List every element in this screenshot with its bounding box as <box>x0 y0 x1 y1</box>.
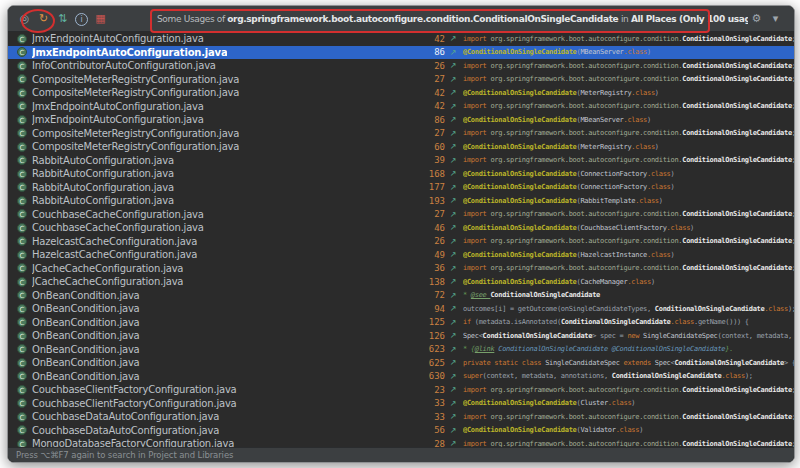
class-icon: C <box>17 277 27 287</box>
usage-location: CCouchbaseCacheConfiguration.java <box>17 222 409 233</box>
usage-row[interactable]: CCouchbaseCacheConfiguration.java46↗@Con… <box>8 221 794 235</box>
usage-row[interactable]: CCompositeMeterRegistryConfiguration.jav… <box>8 140 794 154</box>
usage-row[interactable]: CJmxEndpointAutoConfiguration.java42↗imp… <box>8 100 794 114</box>
usage-row[interactable]: CCouchbaseClientFactoryConfiguration.jav… <box>8 383 794 397</box>
usage-location: CJCacheCacheConfiguration.java <box>17 263 409 274</box>
usage-row[interactable]: CRabbitAutoConfiguration.java168↗@Condit… <box>8 167 794 181</box>
usage-row[interactable]: CJmxEndpointAutoConfiguration.java86↗@Co… <box>8 113 794 127</box>
code-segment: @ConditionalOnSingleCandidate <box>463 224 577 232</box>
code-segment: ) <box>647 116 651 124</box>
usage-line-number: 72 <box>409 290 445 300</box>
usage-code: import org.springframework.boot.autoconf… <box>463 264 794 272</box>
usage-code: @ConditionalOnSingleCandidate(RabbitTemp… <box>463 197 794 205</box>
class-icon: C <box>17 128 27 138</box>
usage-row[interactable]: CJmxEndpointAutoConfiguration.java86↗@Co… <box>8 46 794 60</box>
usage-row[interactable]: CHazelcastCacheConfiguration.java49↗@Con… <box>8 248 794 262</box>
usage-row[interactable]: COnBeanCondition.java125↗if (metadata.is… <box>8 316 794 330</box>
usage-location: COnBeanCondition.java <box>17 371 409 382</box>
usage-row[interactable]: CJCacheCacheConfiguration.java36↗import … <box>8 262 794 276</box>
usage-code: super(context, metadata, annotations, Co… <box>463 372 794 380</box>
code-segment: ConditionalOnSingleCandidate <box>674 359 784 367</box>
usage-type-icon: ↗ <box>445 183 461 192</box>
usage-row[interactable]: CCompositeMeterRegistryConfiguration.jav… <box>8 86 794 100</box>
class-icon: C <box>17 236 27 246</box>
class-icon: C <box>17 169 27 179</box>
usage-filename: OnBeanCondition.java <box>32 330 140 341</box>
usage-location: CCompositeMeterRegistryConfiguration.jav… <box>17 141 409 152</box>
code-segment: ConditionalOnSingleCandidate <box>682 156 792 164</box>
stop-icon[interactable]: ▦ <box>92 10 109 28</box>
usage-location: COnBeanCondition.java <box>17 317 409 328</box>
usage-row[interactable]: CRabbitAutoConfiguration.java39↗import o… <box>8 154 794 168</box>
usage-line-number: 86 <box>409 47 445 57</box>
code-segment: .class <box>721 372 745 380</box>
usage-code: import org.springframework.boot.autoconf… <box>463 129 794 137</box>
header-segment: (Only 100 usages shown) <box>679 14 748 24</box>
class-icon: C <box>17 223 27 233</box>
usage-row[interactable]: COnBeanCondition.java625↗private static … <box>8 356 794 370</box>
code-segment: ; <box>792 62 794 70</box>
usage-row[interactable]: COnBeanCondition.java94↗outcomes[i] = ge… <box>8 302 794 316</box>
usage-code: * @see ConditionalOnSingleCandidate <box>463 291 794 299</box>
usage-filename: RabbitAutoConfiguration.java <box>32 182 174 193</box>
usage-row[interactable]: CRabbitAutoConfiguration.java177↗@Condit… <box>8 181 794 195</box>
code-segment: MBeanServer <box>580 116 623 124</box>
usage-row[interactable]: COnBeanCondition.java72↗* @see Condition… <box>8 289 794 303</box>
usage-filename: CompositeMeterRegistryConfiguration.java <box>32 87 239 98</box>
usage-row[interactable]: CJmxEndpointAutoConfiguration.java42↗imp… <box>8 32 794 46</box>
usage-row[interactable]: CHazelcastCacheConfiguration.java26↗impo… <box>8 235 794 249</box>
code-segment: extends <box>624 359 655 367</box>
code-segment: @ConditionalOnSingleCandidate <box>463 197 577 205</box>
usage-row[interactable]: CCompositeMeterRegistryConfiguration.jav… <box>8 73 794 87</box>
expand-all-icon[interactable]: ⇅ <box>54 10 71 28</box>
usage-location: COnBeanCondition.java <box>17 344 409 355</box>
code-segment: import <box>463 237 490 245</box>
usage-row[interactable]: COnBeanCondition.java126↗Spec<Conditiona… <box>8 329 794 343</box>
code-segment: ; <box>792 35 794 43</box>
code-segment: ; <box>792 413 794 421</box>
filter-icon[interactable]: ▾ <box>767 10 784 28</box>
code-segment: org.springframework.boot.autoconfigure.c… <box>490 237 682 245</box>
usage-code: @ConditionalOnSingleCandidate(MeterRegis… <box>463 89 794 97</box>
usage-row[interactable]: CRabbitAutoConfiguration.java193↗@Condit… <box>8 194 794 208</box>
code-segment: CacheManager <box>580 278 627 286</box>
code-segment: .class <box>631 143 655 151</box>
usage-line-number: 27 <box>409 74 445 84</box>
usage-row[interactable]: CJCacheCacheConfiguration.java138↗@Condi… <box>8 275 794 289</box>
usage-code: @ConditionalOnSingleCandidate(Cluster.cl… <box>463 399 794 407</box>
usage-location: CRabbitAutoConfiguration.java <box>17 182 409 193</box>
usage-location: COnBeanCondition.java <box>17 303 409 314</box>
usage-filename: JCacheCacheConfiguration.java <box>32 276 183 287</box>
class-icon: C <box>17 115 27 125</box>
usage-row[interactable]: CCouchbaseDataAutoConfiguration.java56↗@… <box>8 424 794 438</box>
pin-icon[interactable]: ◎ <box>16 10 33 28</box>
usage-row[interactable]: CCouchbaseDataAutoConfiguration.java33↗i… <box>8 410 794 424</box>
code-segment: ConditionalOnSingleCandidate <box>682 75 792 83</box>
usage-location: CJmxEndpointAutoConfiguration.java <box>17 114 409 125</box>
rerun-icon[interactable]: ↻ <box>35 10 52 28</box>
usage-row[interactable]: COnBeanCondition.java630↗super(context, … <box>8 370 794 384</box>
usage-code: @ConditionalOnSingleCandidate(Connection… <box>463 170 794 178</box>
usage-filename: OnBeanCondition.java <box>32 290 140 301</box>
usage-row[interactable]: CCompositeMeterRegistryConfiguration.jav… <box>8 127 794 141</box>
class-icon: C <box>17 209 27 219</box>
usage-type-icon: ↗ <box>445 372 461 381</box>
class-icon: C <box>17 412 27 422</box>
class-icon: C <box>17 398 27 408</box>
usage-filename: CouchbaseCacheConfiguration.java <box>32 222 204 233</box>
usage-line-number: 94 <box>409 304 445 314</box>
usage-row[interactable]: CCouchbaseClientFactoryConfiguration.jav… <box>8 397 794 411</box>
usage-filename: CouchbaseClientFactoryConfiguration.java <box>32 398 237 409</box>
usage-line-number: 126 <box>409 331 445 341</box>
usage-row[interactable]: COnBeanCondition.java623↗* {@link Condit… <box>8 343 794 357</box>
usage-filename: CouchbaseClientFactoryConfiguration.java <box>32 384 237 395</box>
usage-row[interactable]: CInfoContributorAutoConfiguration.java26… <box>8 59 794 73</box>
code-segment: ; <box>792 210 794 218</box>
usage-row[interactable]: CCouchbaseCacheConfiguration.java27↗impo… <box>8 208 794 222</box>
wrench-icon[interactable]: ⚙ <box>748 10 765 28</box>
code-segment: ) <box>655 89 659 97</box>
usage-type-icon: ↗ <box>445 345 461 354</box>
code-segment: @see <box>471 291 491 299</box>
code-segment: ) <box>671 183 675 191</box>
info-icon[interactable]: i <box>73 10 90 28</box>
